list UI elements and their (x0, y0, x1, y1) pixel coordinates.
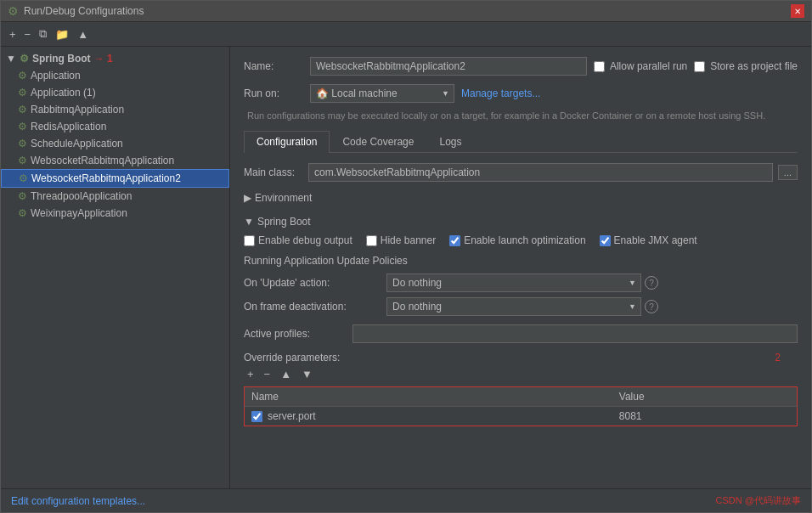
frame-deactivation-help-icon[interactable]: ? (645, 300, 658, 313)
wp-icon: ⚙ (18, 207, 27, 219)
name-input[interactable] (310, 57, 587, 76)
right-panel: Name: Allow parallel run Store as projec… (230, 47, 811, 488)
override-number-badge: 2 (775, 352, 781, 364)
move-param-up-button[interactable]: ▲ (277, 367, 295, 381)
frame-deactivation-select[interactable]: Do nothing Update classes and resources … (386, 297, 641, 316)
main-class-label: Main class: (244, 166, 303, 178)
remove-config-button[interactable]: − (21, 26, 35, 42)
move-param-down-button[interactable]: ▼ (298, 367, 316, 381)
spring-boot-group-icon: ⚙ (20, 53, 29, 65)
sidebar-arrow-indicator: → 1 (94, 53, 113, 65)
param-name: server.port (268, 410, 316, 422)
env-collapse-icon: ▶ (244, 192, 251, 204)
environment-label: Environment (255, 192, 312, 204)
sidebar-item-weixinpay[interactable]: ⚙ WeixinpayApplication (1, 205, 229, 222)
name-row: Name: Allow parallel run Store as projec… (244, 57, 798, 76)
col-name-header: Name (245, 387, 612, 407)
browse-main-class-button[interactable]: ... (778, 165, 798, 180)
run-on-row: Run on: 🏠 Local machine Manage targets..… (244, 84, 798, 103)
spring-boot-section: ▼ Spring Boot Enable debug output Hide b… (244, 214, 798, 426)
jmx-checkbox[interactable] (600, 235, 611, 246)
app-icon: ⚙ (18, 70, 27, 82)
override-toolbar: + − ▲ ▼ (244, 367, 798, 381)
allow-parallel-checkbox[interactable] (594, 61, 605, 72)
hide-banner-option: Hide banner (366, 234, 436, 246)
table-row[interactable]: server.port 8081 (245, 407, 798, 426)
tp-icon: ⚙ (18, 190, 27, 202)
sidebar-item-application1[interactable]: ⚙ Application (1) (1, 84, 229, 101)
allow-parallel-label: Allow parallel run (610, 60, 687, 72)
override-section: Override parameters: 2 + − ▲ ▼ Name (244, 352, 798, 426)
environment-header[interactable]: ▶ Environment (244, 190, 798, 206)
add-config-button[interactable]: + (6, 26, 20, 42)
copy-config-button[interactable]: ⧉ (36, 25, 50, 42)
hide-banner-checkbox[interactable] (366, 235, 377, 246)
csdn-watermark: CSDN @代码讲故事 (716, 494, 801, 507)
launch-opt-label: Enable launch optimization (464, 234, 585, 246)
param-enabled-checkbox[interactable] (251, 411, 262, 422)
sidebar-item-label: RedisApplication (31, 121, 106, 132)
active-profiles-row: Active profiles: (244, 324, 798, 343)
title-icon: ⚙ (8, 4, 19, 18)
sidebar-item-redis[interactable]: ⚙ RedisApplication (1, 118, 229, 135)
folder-config-button[interactable]: 📁 (52, 26, 72, 42)
collapse-arrow-icon: ▼ (6, 53, 16, 65)
run-debug-configurations-window: ⚙ Run/Debug Configurations ✕ + − ⧉ 📁 ▲ ▼… (0, 0, 812, 513)
store-project-checkbox[interactable] (694, 61, 705, 72)
app1-icon: ⚙ (18, 87, 27, 99)
spring-boot-group[interactable]: ▼ ⚙ Spring Boot → 1 (1, 50, 229, 67)
frame-deactivation-label: On frame deactivation: (244, 301, 380, 313)
tab-logs[interactable]: Logs (426, 131, 474, 152)
update-action-select[interactable]: Do nothing Update classes and resources … (386, 273, 641, 292)
sidebar-item-websocket-rabbitmq2[interactable]: ⚙ WebsocketRabbitmqApplication2 (1, 169, 229, 188)
jmx-option: Enable JMX agent (600, 234, 697, 246)
spring-boot-header[interactable]: ▼ Spring Boot (244, 214, 798, 229)
tab-configuration[interactable]: Configuration (244, 131, 330, 153)
sidebar-item-label: Application (31, 70, 81, 82)
jmx-label: Enable JMX agent (614, 234, 697, 246)
run-on-select[interactable]: 🏠 Local machine (310, 84, 454, 103)
environment-section: ▶ Environment (244, 190, 798, 206)
move-up-button[interactable]: ▲ (74, 26, 92, 42)
sidebar-item-label: ScheduleApplication (31, 138, 123, 149)
store-project-row: Store as project file (694, 60, 798, 72)
sidebar-item-label: WeixinpayApplication (31, 207, 127, 219)
edit-templates-link[interactable]: Edit configuration templates... (11, 495, 145, 507)
sidebar-item-label: RabbitmqApplication (31, 104, 124, 116)
tabs: Configuration Code Coverage Logs (244, 131, 798, 153)
title-bar: ⚙ Run/Debug Configurations ✕ (1, 1, 811, 22)
sidebar-item-label: WebsocketRabbitmqApplication2 (31, 172, 181, 184)
launch-opt-option: Enable launch optimization (449, 234, 585, 246)
debug-output-label: Enable debug output (258, 234, 352, 246)
remove-param-button[interactable]: − (261, 367, 274, 381)
sidebar-item-label: Application (1) (31, 87, 96, 99)
override-label: Override parameters: (244, 352, 340, 364)
store-project-label: Store as project file (710, 60, 798, 72)
active-profiles-input[interactable] (352, 324, 798, 343)
sidebar-item-application[interactable]: ⚙ Application (1, 67, 229, 84)
close-button[interactable]: ✕ (791, 4, 804, 18)
active-profiles-label: Active profiles: (244, 328, 346, 340)
main-class-input[interactable] (308, 163, 773, 182)
update-action-row: On 'Update' action: Do nothing Update cl… (244, 273, 798, 292)
add-param-button[interactable]: + (244, 367, 257, 381)
sidebar-item-threadpool[interactable]: ⚙ ThreadpoolApplication (1, 188, 229, 205)
tab-code-coverage[interactable]: Code Coverage (330, 131, 426, 152)
manage-targets-link[interactable]: Manage targets... (461, 87, 540, 99)
main-class-row: Main class: ... (244, 163, 798, 182)
update-action-help-icon[interactable]: ? (645, 276, 658, 290)
sb-collapse-icon: ▼ (244, 216, 254, 228)
sidebar: ▼ ⚙ Spring Boot → 1 ⚙ Application ⚙ Appl… (1, 47, 230, 488)
redis-icon: ⚙ (18, 121, 27, 132)
launch-opt-checkbox[interactable] (449, 235, 460, 246)
sidebar-item-websocket-rabbitmq[interactable]: ⚙ WebsocketRabbitmqApplication (1, 152, 229, 169)
debug-output-checkbox[interactable] (244, 235, 255, 246)
sidebar-item-schedule[interactable]: ⚙ ScheduleApplication (1, 135, 229, 152)
sidebar-item-rabbitmq[interactable]: ⚙ RabbitmqApplication (1, 101, 229, 118)
name-label: Name: (244, 60, 303, 72)
running-policies: Running Application Update Policies On '… (244, 255, 798, 316)
debug-output-option: Enable debug output (244, 234, 352, 246)
sidebar-item-label: ThreadpoolApplication (31, 190, 132, 202)
parallel-row: Allow parallel run (594, 60, 687, 72)
sidebar-item-label: WebsocketRabbitmqApplication (31, 155, 174, 166)
